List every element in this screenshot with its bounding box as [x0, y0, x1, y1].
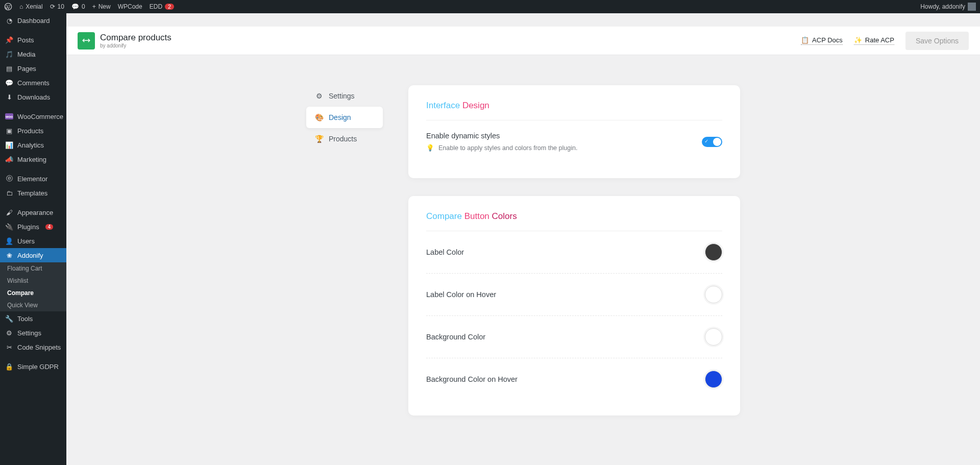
submenu-floating-cart[interactable]: Floating Cart — [0, 262, 66, 275]
menu-dashboard[interactable]: ◔Dashboard — [0, 13, 66, 28]
settings-tabs: ⚙Settings 🎨Design 🏆Products — [306, 85, 383, 150]
comments-link[interactable]: 💬0 — [71, 3, 85, 10]
addonify-submenu: Floating Cart Wishlist Compare Quick Vie… — [0, 262, 66, 311]
menu-users[interactable]: 👤Users — [0, 234, 66, 248]
download-icon: ⬇ — [5, 93, 13, 101]
megaphone-icon: 📣 — [5, 155, 13, 163]
plus-icon: + — [92, 3, 96, 10]
compare-button-colors-card: Compare Button Colors Label Color Label … — [408, 196, 740, 415]
wrench-icon: 🔧 — [5, 314, 13, 323]
wp-logo[interactable] — [4, 3, 12, 11]
bg-color-row: Background Color — [426, 316, 722, 358]
avatar — [968, 3, 976, 11]
clipboard-icon: 📋 — [801, 36, 809, 44]
products-icon: ▣ — [5, 127, 13, 135]
menu-plugins[interactable]: 🔌Plugins4 — [0, 219, 66, 234]
menu-posts[interactable]: 📌Posts — [0, 33, 66, 47]
tab-products[interactable]: 🏆Products — [306, 128, 383, 150]
updates[interactable]: ⟳10 — [50, 3, 64, 10]
trophy-icon: 🏆 — [315, 135, 323, 142]
menu-settings[interactable]: ⚙Settings — [0, 326, 66, 340]
label-color-row: Label Color — [426, 231, 722, 274]
admin-sidebar: ◔Dashboard 📌Posts 🎵Media ▤Pages 💬Comment… — [0, 13, 66, 446]
design-icon: 🎨 — [315, 114, 323, 121]
menu-products[interactable]: ▣Products — [0, 124, 66, 138]
refresh-icon: ⟳ — [50, 3, 55, 10]
menu-pages[interactable]: ▤Pages — [0, 61, 66, 76]
submenu-compare[interactable]: Compare — [0, 287, 66, 299]
bulb-icon: 💡 — [426, 144, 434, 152]
menu-elementor[interactable]: ⓔElementor — [0, 172, 66, 186]
color-label: Label Color — [426, 248, 464, 256]
check-icon: ✓ — [704, 138, 708, 144]
edd-link[interactable]: EDD2 — [150, 3, 174, 10]
gear-icon: ⚙ — [315, 92, 323, 100]
label-color-picker[interactable] — [705, 243, 722, 261]
tab-settings[interactable]: ⚙Settings — [306, 85, 383, 107]
menu-downloads[interactable]: ⬇Downloads — [0, 90, 66, 104]
label-hover-color-picker[interactable] — [705, 286, 722, 303]
plugins-badge: 4 — [45, 224, 54, 230]
admin-bar: ⌂Xenial ⟳10 💬0 +New WPCode EDD2 Howdy, a… — [0, 0, 980, 13]
page-icon: ▤ — [5, 64, 13, 72]
code-icon: ✂ — [5, 343, 13, 351]
howdy-user[interactable]: Howdy, addonify — [920, 3, 976, 11]
enable-dynamic-styles-toggle[interactable]: ✓ — [702, 137, 722, 147]
menu-tools[interactable]: 🔧Tools — [0, 311, 66, 326]
submenu-wishlist[interactable]: Wishlist — [0, 275, 66, 287]
comment-icon: 💬 — [5, 79, 13, 87]
lock-icon: 🔒 — [5, 362, 13, 371]
docs-link[interactable]: 📋ACP Docs — [801, 36, 843, 45]
page-header: Compare products by addonify 📋ACP Docs ✨… — [66, 27, 980, 55]
menu-addonify[interactable]: ❀Addonify — [0, 248, 66, 262]
menu-comments[interactable]: 💬Comments — [0, 76, 66, 90]
menu-media[interactable]: 🎵Media — [0, 47, 66, 61]
sliders-icon: ⚙ — [5, 329, 13, 337]
addonify-icon: ❀ — [5, 251, 13, 259]
user-icon: 👤 — [5, 237, 13, 245]
dashboard-icon: ◔ — [5, 16, 13, 25]
new-content[interactable]: +New — [92, 3, 111, 10]
menu-marketing[interactable]: 📣Marketing — [0, 152, 66, 166]
interface-design-card: Interface Design Enable dynamic styles 💡… — [408, 85, 740, 178]
menu-simple-gdpr[interactable]: 🔒Simple GDPR — [0, 359, 66, 374]
site-name[interactable]: ⌂Xenial — [19, 3, 43, 10]
color-label: Label Color on Hover — [426, 290, 496, 299]
bg-color-picker[interactable] — [705, 328, 722, 346]
menu-code-snippets[interactable]: ✂Code Snippets — [0, 340, 66, 354]
setting-label: Enable dynamic styles — [426, 132, 577, 140]
pin-icon: 📌 — [5, 36, 13, 44]
card-title: Compare Button Colors — [426, 211, 722, 231]
media-icon: 🎵 — [5, 50, 13, 58]
plugin-logo — [78, 32, 95, 50]
enable-dynamic-styles-row: Enable dynamic styles 💡Enable to apply s… — [426, 120, 722, 163]
brush-icon: 🖌 — [5, 208, 13, 216]
plug-icon: 🔌 — [5, 223, 13, 231]
page-subtitle: by addonify — [100, 43, 172, 48]
home-icon: ⌂ — [19, 3, 23, 10]
wpcode-link[interactable]: WPCode — [118, 3, 142, 10]
panels: Interface Design Enable dynamic styles 💡… — [408, 85, 740, 415]
label-hover-color-row: Label Color on Hover — [426, 274, 722, 316]
menu-woocommerce[interactable]: wooWooCommerce — [0, 109, 66, 124]
analytics-icon: 📊 — [5, 141, 13, 149]
sparkle-icon: ✨ — [854, 36, 862, 44]
setting-description: 💡Enable to apply styles and colors from … — [426, 144, 577, 152]
main: Compare products by addonify 📋ACP Docs ✨… — [66, 27, 980, 446]
bg-hover-color-picker[interactable] — [705, 371, 722, 388]
tab-design[interactable]: 🎨Design — [306, 107, 383, 128]
save-button[interactable]: Save Options — [905, 32, 969, 50]
page-title: Compare products — [100, 33, 172, 43]
card-title: Interface Design — [426, 101, 722, 120]
color-label: Background Color — [426, 333, 485, 341]
elementor-icon: ⓔ — [5, 175, 13, 183]
comment-icon: 💬 — [71, 3, 79, 10]
menu-appearance[interactable]: 🖌Appearance — [0, 205, 66, 219]
edd-badge: 2 — [165, 4, 174, 10]
submenu-quick-view[interactable]: Quick View — [0, 299, 66, 311]
menu-templates[interactable]: 🗀Templates — [0, 186, 66, 200]
rate-link[interactable]: ✨Rate ACP — [854, 36, 894, 45]
woo-icon: woo — [5, 112, 13, 120]
content: ⚙Settings 🎨Design 🏆Products Interface De… — [66, 55, 980, 446]
menu-analytics[interactable]: 📊Analytics — [0, 138, 66, 152]
